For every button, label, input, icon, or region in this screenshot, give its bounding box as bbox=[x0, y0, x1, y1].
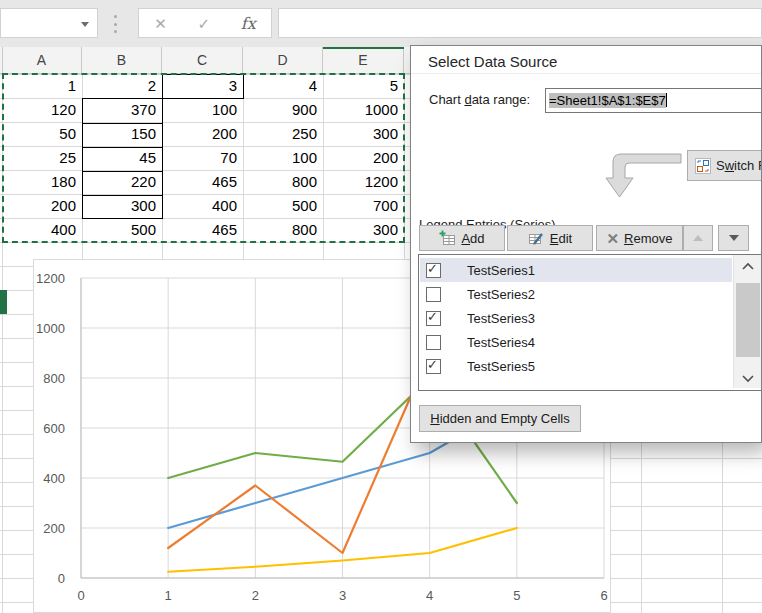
series-checkbox[interactable] bbox=[426, 287, 441, 302]
edit-label: Edit bbox=[550, 231, 572, 246]
add-series-button[interactable]: Add bbox=[419, 225, 505, 251]
edit-icon bbox=[528, 230, 545, 246]
series-name: TestSeries2 bbox=[467, 287, 535, 302]
switch-row-column-button[interactable]: Switch Row/Column bbox=[687, 150, 762, 181]
scrollbar-up-icon[interactable] bbox=[740, 261, 756, 271]
remove-series-button[interactable]: ✕ Remove bbox=[596, 225, 683, 251]
column-header-E[interactable]: E bbox=[323, 47, 404, 73]
x-axis-tick-label: 6 bbox=[600, 588, 607, 603]
dialog-title: Select Data Source bbox=[428, 53, 557, 70]
curved-arrow-icon bbox=[605, 150, 683, 204]
chart-data-range-label: Chart data range: bbox=[429, 92, 530, 107]
series-list-item[interactable]: ✓TestSeries5 bbox=[420, 354, 732, 378]
active-row-indicator bbox=[0, 290, 7, 314]
formula-input[interactable] bbox=[278, 8, 762, 38]
enter-icon[interactable]: ✓ bbox=[198, 16, 211, 31]
excel-window: ✕ ✓ fx ABCDE 123451203701009001000501502… bbox=[0, 0, 762, 613]
selected-column-indicator bbox=[323, 47, 404, 49]
up-arrow-icon bbox=[693, 235, 703, 241]
y-axis-tick-label: 600 bbox=[43, 421, 65, 436]
add-label: Add bbox=[461, 231, 484, 246]
dialog-title-separator bbox=[411, 73, 762, 74]
series-list-item[interactable]: ✓TestSeries3 bbox=[420, 306, 732, 330]
formula-bar: ✕ ✓ fx bbox=[0, 0, 762, 47]
column-header-A[interactable]: A bbox=[2, 47, 82, 73]
series-name: TestSeries1 bbox=[467, 263, 535, 278]
series-list-item[interactable]: TestSeries2 bbox=[420, 282, 732, 306]
x-axis-tick-label: 3 bbox=[339, 588, 346, 603]
switch-row-column-icon bbox=[695, 158, 711, 174]
text-cursor bbox=[666, 93, 667, 107]
check-icon: ✓ bbox=[427, 261, 438, 276]
series-checkbox[interactable]: ✓ bbox=[426, 359, 441, 374]
formula-buttons-panel: ✕ ✓ fx bbox=[138, 8, 272, 38]
series-list: ✓TestSeries1TestSeries2✓TestSeries3TestS… bbox=[418, 254, 762, 391]
series-list-item[interactable]: TestSeries4 bbox=[420, 330, 732, 354]
range-value: =Sheet1!$A$1:$E$7 bbox=[549, 93, 666, 108]
selection-marquee bbox=[2, 73, 405, 243]
check-icon: ✓ bbox=[427, 357, 438, 372]
switch-row-column-label: Switch Row/Column bbox=[716, 158, 762, 173]
select-data-source-dialog: Select Data Source Chart data range: =Sh… bbox=[410, 45, 762, 443]
move-up-button[interactable] bbox=[683, 225, 713, 251]
y-axis-tick-label: 1000 bbox=[36, 321, 65, 336]
series-checkbox[interactable]: ✓ bbox=[426, 311, 441, 326]
y-axis-tick-label: 400 bbox=[43, 471, 65, 486]
y-axis-tick-label: 800 bbox=[43, 371, 65, 386]
remove-icon: ✕ bbox=[607, 231, 620, 246]
hidden-and-empty-cells-button[interactable]: Hidden and Empty Cells bbox=[419, 405, 581, 432]
check-icon: ✓ bbox=[427, 309, 438, 324]
series-list-item[interactable]: ✓TestSeries1 bbox=[420, 258, 732, 282]
edit-series-button[interactable]: Edit bbox=[507, 225, 593, 251]
column-header-D[interactable]: D bbox=[243, 47, 323, 73]
scrollbar-thumb[interactable] bbox=[736, 283, 760, 357]
cancel-icon[interactable]: ✕ bbox=[154, 16, 167, 31]
y-axis-tick-label: 0 bbox=[58, 571, 65, 586]
series-name: TestSeries3 bbox=[467, 311, 535, 326]
series-list-scrollbar[interactable] bbox=[733, 255, 762, 388]
series-name: TestSeries5 bbox=[467, 359, 535, 374]
formula-bar-divider-dots[interactable] bbox=[114, 15, 118, 33]
series-checkbox[interactable]: ✓ bbox=[426, 263, 441, 278]
x-axis-tick-label: 4 bbox=[426, 588, 433, 603]
series-name: TestSeries4 bbox=[467, 335, 535, 350]
move-down-button[interactable] bbox=[718, 225, 749, 251]
x-axis-tick-label: 2 bbox=[252, 588, 259, 603]
add-icon bbox=[439, 230, 456, 246]
down-arrow-icon bbox=[729, 235, 739, 241]
name-box-dropdown-icon[interactable] bbox=[81, 22, 89, 27]
x-axis-tick-label: 0 bbox=[77, 588, 84, 603]
column-header-B[interactable]: B bbox=[82, 47, 162, 73]
y-axis-tick-label: 1200 bbox=[36, 271, 65, 286]
name-box[interactable] bbox=[0, 8, 98, 38]
insert-function-icon[interactable]: fx bbox=[241, 14, 256, 33]
series-checkbox[interactable] bbox=[426, 335, 441, 350]
x-axis-tick-label: 1 bbox=[165, 588, 172, 603]
hidden-and-empty-cells-label: Hidden and Empty Cells bbox=[430, 411, 569, 426]
x-axis-tick-label: 5 bbox=[513, 588, 520, 603]
y-axis-tick-label: 200 bbox=[43, 521, 65, 536]
column-header-C[interactable]: C bbox=[162, 47, 243, 73]
remove-label: Remove bbox=[624, 231, 672, 246]
scrollbar-down-icon[interactable] bbox=[740, 373, 756, 383]
chart-data-range-input[interactable]: =Sheet1!$A$1:$E$7 bbox=[545, 88, 762, 113]
